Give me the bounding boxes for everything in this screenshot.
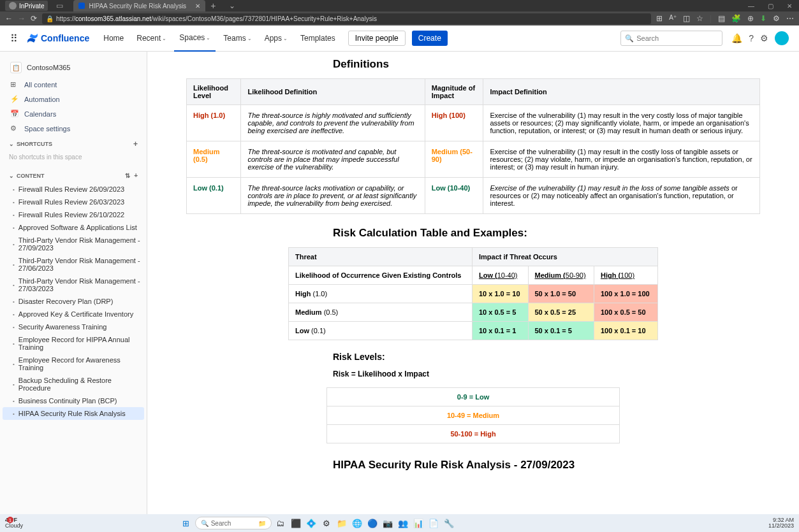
add-shortcut-icon[interactable]: + [133, 140, 138, 148]
taskbar-search[interactable]: 🔍Search📁 [195, 517, 272, 529]
confluence-logo[interactable]: Confluence [27, 32, 89, 44]
inprivate-badge: InPrivate [5, 1, 48, 11]
collections-icon[interactable]: ⊕ [747, 14, 754, 23]
nav-spaces[interactable]: Spaces⌄ [174, 25, 216, 52]
browser-tab[interactable]: HIPAA Security Rule Risk Analysis ✕ [73, 0, 205, 11]
extensions-icon[interactable]: 🧩 [731, 14, 741, 23]
taskbar-app-3[interactable]: 💠 [305, 517, 318, 529]
minimize-button[interactable]: — [742, 3, 761, 10]
settings-icon[interactable]: ⚙ [760, 33, 768, 43]
sidebar: 📋ContosoM365 ⊞All content ⚡Automation 📅C… [0, 52, 147, 514]
page-tree-item[interactable]: •Firewall Rules Review 26/10/2022 [0, 208, 147, 221]
filter-icon[interactable]: ⇅ [125, 172, 130, 179]
taskbar-edge[interactable]: 🌐 [351, 517, 363, 529]
create-button[interactable]: Create [412, 31, 448, 46]
formula: Risk = Likelihood x Impact [333, 370, 760, 378]
taskbar-word[interactable]: 📄 [427, 517, 440, 529]
confluence-header: ⠿ Confluence Home Recent⌄ Spaces⌄ Teams⌄… [0, 25, 799, 52]
nav-teams[interactable]: Teams⌄ [218, 34, 256, 43]
notification-badge[interactable]: 1 [7, 517, 13, 523]
split-icon[interactable]: ◫ [683, 14, 690, 23]
app-switcher-icon[interactable]: ⠿ [10, 32, 18, 45]
address-bar: ← → ⟳ 🔒 https://contosom365.atlassian.ne… [0, 11, 799, 25]
shortcuts-section[interactable]: ⌄SHORTCUTS+ [0, 136, 147, 152]
close-window-button[interactable]: ✕ [780, 3, 799, 10]
space-name[interactable]: 📋ContosoM365 [0, 58, 147, 77]
start-button[interactable]: ⊞ [180, 517, 193, 529]
performance-icon[interactable]: ⚙ [773, 14, 780, 23]
taskbar-app-7[interactable]: 📊 [412, 517, 425, 529]
tab-title: HIPAA Security Rule Risk Analysis [89, 3, 186, 10]
page-tree-item[interactable]: •Security Awareness Training [0, 320, 147, 333]
maximize-button[interactable]: ▢ [761, 3, 780, 10]
workspace-icon[interactable]: ▭ [52, 1, 67, 10]
page-tree-item[interactable]: •Approved Software & Applications List [0, 221, 147, 234]
taskbar-teams[interactable]: 👥 [397, 517, 409, 529]
page-tree-item[interactable]: •Third-Party Vendor Risk Management - 27… [0, 275, 147, 295]
app-available-icon[interactable]: ⊞ [656, 14, 663, 23]
lock-icon: 🔒 [46, 15, 54, 22]
window-controls: — ▢ ✕ [742, 3, 799, 10]
page-tree-item[interactable]: •Third-Party Vendor Risk Management - 27… [0, 254, 147, 275]
invite-button[interactable]: Invite people [348, 31, 406, 46]
page-tree-item[interactable]: •Disaster Recovery Plan (DRP) [0, 295, 147, 308]
new-tab-button[interactable]: + [210, 1, 216, 11]
taskbar-app-2[interactable]: ⬛ [290, 517, 302, 529]
calc-table: ThreatImpact if Threat Occurs Likelihood… [288, 247, 658, 340]
taskbar-app-4[interactable]: ⚙ [320, 517, 333, 529]
page-tree-item[interactable]: •Employee Record for HIPPA Annual Traini… [0, 333, 147, 354]
content-section[interactable]: ⌄CONTENT⇅+ [0, 168, 147, 183]
favicon [78, 3, 85, 9]
taskbar-chrome[interactable]: 🔵 [366, 517, 379, 529]
forward-button[interactable]: → [18, 14, 26, 23]
read-aloud-icon[interactable]: A⁺ [669, 14, 677, 23]
sidebar-calendars[interactable]: 📅Calendars [0, 106, 147, 121]
nav-templates[interactable]: Templates [295, 34, 341, 43]
favorites-icon[interactable]: ☆ [696, 14, 703, 23]
page-tree-item[interactable]: •Backup Scheduling & Restore Procedure [0, 374, 147, 394]
search-icon: 🔍 [625, 34, 634, 43]
refresh-button[interactable]: ⟳ [31, 14, 37, 23]
download-icon[interactable]: ⬇ [760, 14, 766, 23]
search-input[interactable]: 🔍Search [620, 31, 722, 46]
nav-apps[interactable]: Apps⌄ [260, 34, 293, 43]
page-tree-item[interactable]: •Approved Key & Certificate Inventory [0, 308, 147, 320]
sidebar-all-content[interactable]: ⊞All content [0, 77, 147, 92]
page-tree-item[interactable]: •Third-Party Vendor Risk Management - 27… [0, 234, 147, 254]
page-tree-item[interactable]: •Firewall Rules Review 26/09/2023 [0, 183, 147, 196]
definitions-table: Likelihood Level Likelihood Definition M… [186, 78, 760, 214]
definitions-heading: Definitions [333, 58, 760, 71]
levels-heading: Risk Levels: [333, 352, 760, 362]
taskbar-app-5[interactable]: 📁 [335, 517, 348, 529]
page-tree-item[interactable]: •Business Continuity Plan (BCP) [0, 394, 147, 407]
page-tree-item[interactable]: •Firewall Rules Review 26/03/2023 [0, 196, 147, 208]
page-tree-item[interactable]: •Employee Record for Awareness Training [0, 354, 147, 374]
document-title: HIPAA Security Rule Risk Analysis - 27/0… [333, 459, 760, 471]
browser-tab-strip: InPrivate ▭ HIPAA Security Rule Risk Ana… [0, 0, 799, 11]
sidebar-toggle-icon[interactable]: ▤ [718, 14, 725, 23]
taskbar-app-8[interactable]: 🔧 [443, 517, 455, 529]
help-icon[interactable]: ? [749, 33, 754, 43]
close-tab-icon[interactable]: ✕ [195, 3, 200, 10]
add-page-icon[interactable]: + [134, 172, 138, 179]
no-shortcuts-label: No shortcuts in this space [0, 152, 147, 162]
user-avatar[interactable] [775, 31, 789, 45]
url-input[interactable]: 🔒 https://contosom365.atlassian.net/wiki… [42, 13, 651, 24]
calc-heading: Risk Calculation Table and Examples: [333, 227, 760, 240]
levels-table: 0-9 = Low 10-49 = Medium 50-100 = High [326, 387, 620, 443]
taskbar-app-1[interactable]: 🗂 [274, 517, 287, 529]
more-icon[interactable]: ⋯ [786, 14, 794, 23]
nav-home[interactable]: Home [98, 34, 129, 43]
taskbar-app-6[interactable]: 📷 [381, 517, 394, 529]
windows-taskbar: 1 49°F Cloudy ⊞ 🔍Search📁 🗂 ⬛ 💠 ⚙ 📁 🌐 🔵 📷… [0, 514, 799, 532]
nav-recent[interactable]: Recent⌄ [131, 34, 172, 43]
tab-menu-icon[interactable]: ⌄ [224, 1, 240, 10]
page-tree-item[interactable]: •HIPAA Security Rule Risk Analysis [3, 407, 144, 420]
sidebar-automation[interactable]: ⚡Automation [0, 92, 147, 106]
page-content[interactable]: Definitions Likelihood Level Likelihood … [147, 52, 799, 514]
sidebar-settings[interactable]: ⚙Space settings [0, 121, 147, 136]
back-button[interactable]: ← [5, 14, 13, 23]
system-tray-clock[interactable]: 9:32 AM 11/2/2023 [768, 517, 794, 529]
notifications-icon[interactable]: 🔔 [731, 33, 742, 43]
